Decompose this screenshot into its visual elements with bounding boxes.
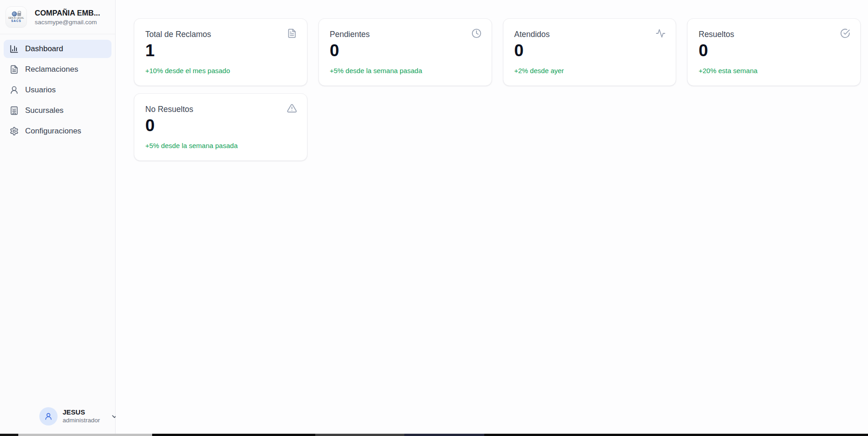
sidebar-item-usuarios[interactable]: Usuarios	[4, 81, 111, 99]
globe-icon	[12, 11, 17, 16]
taskbar-segment	[0, 434, 18, 436]
user-name: JESUS	[63, 408, 100, 417]
main-content: Total de Reclamos 1 +10% desde el mes pa…	[116, 0, 868, 434]
sidebar-item-label: Dashboard	[25, 44, 63, 53]
stat-card: No Resueltos 0 +5% desde la semana pasad…	[134, 93, 307, 161]
sidebar-header: GEN AI LEGAL SACS COMPAÑIA EMB... sacsmy…	[0, 0, 115, 34]
building-icon	[10, 106, 19, 115]
user-menu[interactable]: JESUS administrador	[0, 401, 115, 434]
taskbar-segment	[315, 434, 404, 436]
stat-card-title: Resueltos	[699, 30, 849, 39]
user-role: administrador	[63, 417, 100, 425]
stat-card-note: +2% desde ayer	[514, 67, 665, 74]
stat-card-value: 1	[145, 42, 296, 60]
gear-icon	[10, 127, 19, 136]
user-avatar-icon	[44, 412, 53, 420]
user-text: JESUS administrador	[63, 408, 100, 425]
taskbar-segment	[18, 434, 152, 436]
stat-card-title: Pendientes	[330, 30, 481, 39]
stat-card-value: 0	[145, 117, 296, 135]
app-window: GEN AI LEGAL SACS COMPAÑIA EMB... sacsmy…	[0, 0, 868, 434]
sidebar-nav: Dashboard Reclamaciones Usuarios Sucursa…	[0, 34, 115, 401]
lock-icon	[17, 13, 21, 16]
stat-card-note: +20% esta semana	[699, 67, 849, 74]
company-email: sacsmype@gmail.com	[35, 19, 100, 26]
stats-card-grid: Total de Reclamos 1 +10% desde el mes pa…	[134, 18, 861, 161]
stat-card: Total de Reclamos 1 +10% desde el mes pa…	[134, 18, 307, 86]
clock-icon	[471, 28, 482, 38]
sidebar-item-sucursales[interactable]: Sucursales	[4, 101, 111, 120]
stat-card-value: 0	[699, 42, 849, 60]
activity-icon	[656, 28, 666, 38]
check-circle-icon	[840, 28, 850, 38]
stat-card-value: 0	[514, 42, 665, 60]
sidebar-item-configuraciones[interactable]: Configuraciones	[4, 122, 111, 140]
sidebar-item-label: Sucursales	[25, 106, 64, 115]
taskbar-strip	[0, 434, 868, 436]
file-text-icon	[10, 65, 19, 74]
stat-card-title: No Resueltos	[145, 105, 296, 114]
sidebar-item-label: Configuraciones	[25, 127, 81, 136]
sidebar-item-label: Usuarios	[25, 85, 56, 95]
company-logo: GEN AI LEGAL SACS	[5, 6, 27, 28]
stat-card-note: +5% desde la semana pasada	[145, 142, 296, 149]
alert-triangle-icon	[287, 103, 297, 113]
company-name: COMPAÑIA EMB...	[35, 9, 100, 17]
sidebar-item-label: Reclamaciones	[25, 65, 78, 74]
company-block: COMPAÑIA EMB... sacsmype@gmail.com	[35, 9, 100, 26]
stat-card-title: Total de Reclamos	[145, 30, 296, 39]
user-icon	[10, 85, 19, 95]
taskbar-segment	[404, 434, 484, 436]
stat-card-note: +5% desde la semana pasada	[330, 67, 481, 74]
avatar	[39, 407, 58, 425]
bar-chart-icon	[10, 44, 19, 53]
sidebar: GEN AI LEGAL SACS COMPAÑIA EMB... sacsmy…	[0, 0, 116, 434]
file-text-icon	[287, 28, 297, 38]
logo-art	[12, 11, 21, 16]
logo-text-line2: SACS	[11, 19, 21, 22]
stat-card-note: +10% desde el mes pasado	[145, 67, 296, 74]
stat-card: Resueltos 0 +20% esta semana	[687, 18, 861, 86]
stat-card-title: Atendidos	[514, 30, 665, 39]
stat-card: Pendientes 0 +5% desde la semana pasada	[318, 18, 492, 86]
stat-card: Atendidos 0 +2% desde ayer	[503, 18, 677, 86]
stat-card-value: 0	[330, 42, 481, 60]
sidebar-item-reclamaciones[interactable]: Reclamaciones	[4, 60, 111, 79]
sidebar-item-dashboard[interactable]: Dashboard	[4, 40, 111, 58]
